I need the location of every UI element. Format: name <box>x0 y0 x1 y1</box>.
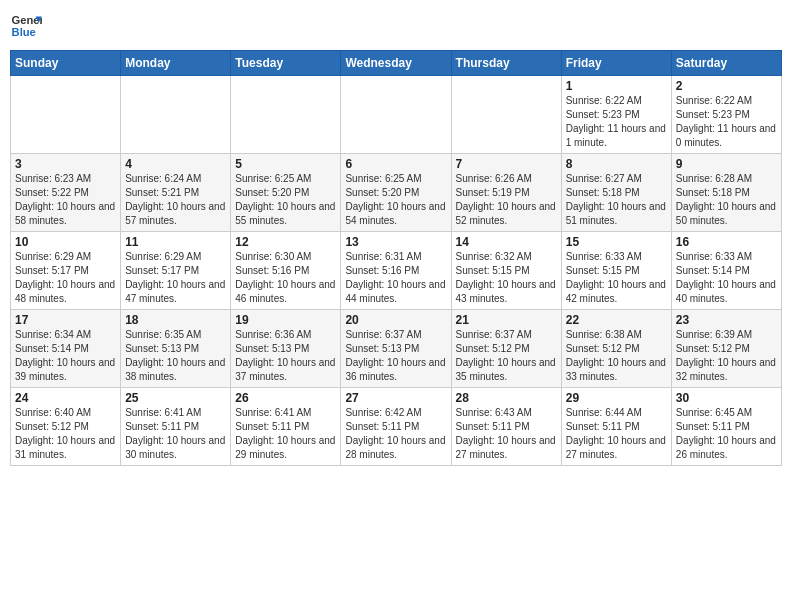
calendar-cell: 19Sunrise: 6:36 AM Sunset: 5:13 PM Dayli… <box>231 310 341 388</box>
day-number: 5 <box>235 157 336 171</box>
calendar-cell <box>121 76 231 154</box>
day-info: Sunrise: 6:23 AM Sunset: 5:22 PM Dayligh… <box>15 172 116 228</box>
calendar-cell: 9Sunrise: 6:28 AM Sunset: 5:18 PM Daylig… <box>671 154 781 232</box>
day-info: Sunrise: 6:29 AM Sunset: 5:17 PM Dayligh… <box>15 250 116 306</box>
calendar-cell: 26Sunrise: 6:41 AM Sunset: 5:11 PM Dayli… <box>231 388 341 466</box>
day-info: Sunrise: 6:32 AM Sunset: 5:15 PM Dayligh… <box>456 250 557 306</box>
day-info: Sunrise: 6:26 AM Sunset: 5:19 PM Dayligh… <box>456 172 557 228</box>
day-number: 10 <box>15 235 116 249</box>
day-number: 30 <box>676 391 777 405</box>
day-number: 8 <box>566 157 667 171</box>
day-info: Sunrise: 6:33 AM Sunset: 5:14 PM Dayligh… <box>676 250 777 306</box>
day-number: 4 <box>125 157 226 171</box>
day-info: Sunrise: 6:36 AM Sunset: 5:13 PM Dayligh… <box>235 328 336 384</box>
calendar-cell: 25Sunrise: 6:41 AM Sunset: 5:11 PM Dayli… <box>121 388 231 466</box>
calendar-cell: 6Sunrise: 6:25 AM Sunset: 5:20 PM Daylig… <box>341 154 451 232</box>
day-info: Sunrise: 6:45 AM Sunset: 5:11 PM Dayligh… <box>676 406 777 462</box>
calendar-cell: 29Sunrise: 6:44 AM Sunset: 5:11 PM Dayli… <box>561 388 671 466</box>
day-info: Sunrise: 6:27 AM Sunset: 5:18 PM Dayligh… <box>566 172 667 228</box>
calendar-cell <box>341 76 451 154</box>
calendar-cell: 27Sunrise: 6:42 AM Sunset: 5:11 PM Dayli… <box>341 388 451 466</box>
day-number: 26 <box>235 391 336 405</box>
day-info: Sunrise: 6:43 AM Sunset: 5:11 PM Dayligh… <box>456 406 557 462</box>
calendar-day-header: Saturday <box>671 51 781 76</box>
day-number: 14 <box>456 235 557 249</box>
day-info: Sunrise: 6:39 AM Sunset: 5:12 PM Dayligh… <box>676 328 777 384</box>
calendar-cell: 20Sunrise: 6:37 AM Sunset: 5:13 PM Dayli… <box>341 310 451 388</box>
day-number: 7 <box>456 157 557 171</box>
day-number: 23 <box>676 313 777 327</box>
day-info: Sunrise: 6:30 AM Sunset: 5:16 PM Dayligh… <box>235 250 336 306</box>
day-number: 13 <box>345 235 446 249</box>
calendar-cell: 17Sunrise: 6:34 AM Sunset: 5:14 PM Dayli… <box>11 310 121 388</box>
calendar-header-row: SundayMondayTuesdayWednesdayThursdayFrid… <box>11 51 782 76</box>
day-number: 20 <box>345 313 446 327</box>
day-info: Sunrise: 6:22 AM Sunset: 5:23 PM Dayligh… <box>566 94 667 150</box>
calendar-cell: 11Sunrise: 6:29 AM Sunset: 5:17 PM Dayli… <box>121 232 231 310</box>
logo-icon: General Blue <box>10 10 42 42</box>
calendar-cell: 1Sunrise: 6:22 AM Sunset: 5:23 PM Daylig… <box>561 76 671 154</box>
day-number: 6 <box>345 157 446 171</box>
calendar-cell: 7Sunrise: 6:26 AM Sunset: 5:19 PM Daylig… <box>451 154 561 232</box>
calendar-cell: 28Sunrise: 6:43 AM Sunset: 5:11 PM Dayli… <box>451 388 561 466</box>
day-info: Sunrise: 6:28 AM Sunset: 5:18 PM Dayligh… <box>676 172 777 228</box>
day-number: 17 <box>15 313 116 327</box>
calendar-week-row: 24Sunrise: 6:40 AM Sunset: 5:12 PM Dayli… <box>11 388 782 466</box>
day-info: Sunrise: 6:25 AM Sunset: 5:20 PM Dayligh… <box>345 172 446 228</box>
calendar-week-row: 3Sunrise: 6:23 AM Sunset: 5:22 PM Daylig… <box>11 154 782 232</box>
day-info: Sunrise: 6:22 AM Sunset: 5:23 PM Dayligh… <box>676 94 777 150</box>
day-number: 9 <box>676 157 777 171</box>
calendar-body: 1Sunrise: 6:22 AM Sunset: 5:23 PM Daylig… <box>11 76 782 466</box>
calendar-week-row: 17Sunrise: 6:34 AM Sunset: 5:14 PM Dayli… <box>11 310 782 388</box>
svg-text:General: General <box>12 14 42 26</box>
day-number: 2 <box>676 79 777 93</box>
calendar-cell: 14Sunrise: 6:32 AM Sunset: 5:15 PM Dayli… <box>451 232 561 310</box>
calendar-cell: 2Sunrise: 6:22 AM Sunset: 5:23 PM Daylig… <box>671 76 781 154</box>
day-info: Sunrise: 6:41 AM Sunset: 5:11 PM Dayligh… <box>235 406 336 462</box>
calendar-cell: 22Sunrise: 6:38 AM Sunset: 5:12 PM Dayli… <box>561 310 671 388</box>
day-number: 18 <box>125 313 226 327</box>
day-number: 15 <box>566 235 667 249</box>
day-info: Sunrise: 6:37 AM Sunset: 5:13 PM Dayligh… <box>345 328 446 384</box>
day-info: Sunrise: 6:41 AM Sunset: 5:11 PM Dayligh… <box>125 406 226 462</box>
calendar-day-header: Tuesday <box>231 51 341 76</box>
calendar-cell: 15Sunrise: 6:33 AM Sunset: 5:15 PM Dayli… <box>561 232 671 310</box>
calendar-cell <box>231 76 341 154</box>
svg-text:Blue: Blue <box>12 26 36 38</box>
calendar-day-header: Wednesday <box>341 51 451 76</box>
day-number: 1 <box>566 79 667 93</box>
day-number: 29 <box>566 391 667 405</box>
calendar-week-row: 1Sunrise: 6:22 AM Sunset: 5:23 PM Daylig… <box>11 76 782 154</box>
day-number: 25 <box>125 391 226 405</box>
calendar-cell: 30Sunrise: 6:45 AM Sunset: 5:11 PM Dayli… <box>671 388 781 466</box>
day-info: Sunrise: 6:37 AM Sunset: 5:12 PM Dayligh… <box>456 328 557 384</box>
calendar-week-row: 10Sunrise: 6:29 AM Sunset: 5:17 PM Dayli… <box>11 232 782 310</box>
day-number: 12 <box>235 235 336 249</box>
day-number: 19 <box>235 313 336 327</box>
logo: General Blue <box>10 10 42 42</box>
calendar-table: SundayMondayTuesdayWednesdayThursdayFrid… <box>10 50 782 466</box>
calendar-cell: 24Sunrise: 6:40 AM Sunset: 5:12 PM Dayli… <box>11 388 121 466</box>
day-info: Sunrise: 6:31 AM Sunset: 5:16 PM Dayligh… <box>345 250 446 306</box>
day-number: 22 <box>566 313 667 327</box>
day-number: 16 <box>676 235 777 249</box>
day-info: Sunrise: 6:44 AM Sunset: 5:11 PM Dayligh… <box>566 406 667 462</box>
day-number: 21 <box>456 313 557 327</box>
calendar-cell: 18Sunrise: 6:35 AM Sunset: 5:13 PM Dayli… <box>121 310 231 388</box>
day-number: 3 <box>15 157 116 171</box>
calendar-day-header: Thursday <box>451 51 561 76</box>
calendar-cell <box>11 76 121 154</box>
calendar-day-header: Monday <box>121 51 231 76</box>
calendar-cell: 3Sunrise: 6:23 AM Sunset: 5:22 PM Daylig… <box>11 154 121 232</box>
day-info: Sunrise: 6:29 AM Sunset: 5:17 PM Dayligh… <box>125 250 226 306</box>
day-number: 27 <box>345 391 446 405</box>
calendar-cell: 23Sunrise: 6:39 AM Sunset: 5:12 PM Dayli… <box>671 310 781 388</box>
day-info: Sunrise: 6:34 AM Sunset: 5:14 PM Dayligh… <box>15 328 116 384</box>
calendar-cell: 4Sunrise: 6:24 AM Sunset: 5:21 PM Daylig… <box>121 154 231 232</box>
day-number: 28 <box>456 391 557 405</box>
calendar-cell: 8Sunrise: 6:27 AM Sunset: 5:18 PM Daylig… <box>561 154 671 232</box>
calendar-day-header: Friday <box>561 51 671 76</box>
day-info: Sunrise: 6:33 AM Sunset: 5:15 PM Dayligh… <box>566 250 667 306</box>
calendar-cell: 16Sunrise: 6:33 AM Sunset: 5:14 PM Dayli… <box>671 232 781 310</box>
day-number: 24 <box>15 391 116 405</box>
